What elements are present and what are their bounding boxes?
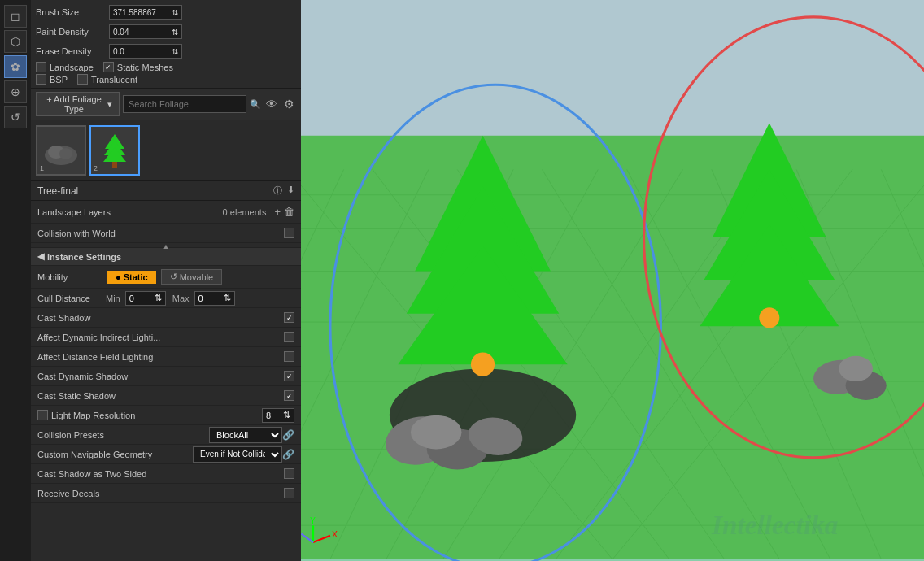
- foliage-item-1-num: 1: [40, 164, 44, 172]
- rock-thumbnail: [41, 131, 81, 170]
- collision-presets-label: Collision Presets: [37, 430, 209, 440]
- landscape-layers-row: Landscape Layers 0 elements + 🗑: [31, 201, 301, 224]
- tree-thumbnail: [95, 131, 134, 170]
- panel-content: Brush Size 371.588867 ⇅ Paint Density 0.…: [31, 0, 301, 561]
- geometry-tool[interactable]: ↺: [4, 106, 27, 128]
- instance-settings-label: Instance Settings: [47, 252, 121, 262]
- foliage-settings-button[interactable]: ⚙: [282, 96, 296, 112]
- svg-point-38: [471, 353, 495, 376]
- add-foliage-button[interactable]: + Add Foliage Type ▾: [36, 92, 120, 116]
- erase-density-label: Erase Density: [36, 46, 109, 56]
- info-icon[interactable]: ⓘ: [273, 185, 282, 197]
- cast-static-shadow-checkbox[interactable]: [284, 390, 294, 401]
- brush-size-arrows[interactable]: ⇅: [172, 8, 178, 17]
- landscape-layers-label: Landscape Layers: [37, 207, 223, 217]
- sculpt-tool[interactable]: ⬡: [4, 30, 27, 53]
- cull-distance-row: Cull Distance Min 0 ⇅ Max 0 ⇅: [31, 289, 301, 308]
- static-meshes-checkbox[interactable]: [103, 62, 114, 72]
- landscape-tool[interactable]: ◻: [4, 5, 27, 28]
- landscape-layers-remove-icon[interactable]: 🗑: [284, 206, 294, 218]
- landscape-checkbox-item[interactable]: Landscape: [36, 62, 94, 72]
- bsp-checkbox-item[interactable]: BSP: [36, 74, 68, 85]
- cull-distance-label: Cull Distance: [37, 294, 102, 303]
- cull-min-input[interactable]: 0 ⇅: [125, 291, 166, 306]
- foliage-toolbar: + Add Foliage Type ▾ 🔍 👁 ⚙: [31, 89, 301, 120]
- custom-navigable-link-icon[interactable]: 🔗: [282, 449, 294, 460]
- svg-point-50: [839, 356, 873, 381]
- collapse-icon: [163, 241, 170, 250]
- collision-world-label: Collision with World: [37, 228, 284, 238]
- cast-shadow-checkbox[interactable]: [284, 312, 294, 323]
- paint-density-label: Paint Density: [36, 27, 109, 37]
- svg-text:Y: Y: [310, 516, 316, 525]
- receive-decals-checkbox[interactable]: [284, 488, 294, 498]
- bsp-checkbox[interactable]: [36, 74, 46, 85]
- collision-world-checkbox[interactable]: [284, 228, 294, 238]
- movable-label: Movable: [180, 272, 214, 282]
- static-meshes-label: Static Meshes: [117, 63, 173, 72]
- cast-shadow-two-sided-row: Cast Shadow as Two Sided: [31, 464, 301, 484]
- landscape-checkbox[interactable]: [36, 62, 46, 72]
- left-panel: ◻ ⬡ ✿ ⊕ ↺ Brush Size 371.588867 ⇅ Paint …: [0, 0, 301, 561]
- affect-distance-row: Affect Distance Field Lighting: [31, 347, 301, 367]
- cast-shadow-row: Cast Shadow: [31, 308, 301, 328]
- erase-density-arrows[interactable]: ⇅: [172, 47, 178, 56]
- viewport-scene: Intellectika X Y Z: [301, 0, 924, 561]
- paint-density-input[interactable]: 0.04 ⇅: [109, 24, 182, 39]
- tree-final-header: Tree-final ⓘ ⬇: [31, 181, 301, 201]
- viewport: Perspective ▶: [301, 0, 924, 561]
- cast-shadow-label: Cast Shadow: [37, 313, 284, 323]
- settings-expand-icon[interactable]: ⬇: [287, 185, 294, 197]
- translucent-checkbox[interactable]: [77, 74, 88, 85]
- instance-settings-header[interactable]: ◀ Instance Settings: [31, 248, 301, 266]
- cull-min-value: 0: [129, 294, 134, 303]
- custom-navigable-label: Custom Navigable Geometry: [37, 450, 193, 459]
- svg-point-42: [411, 415, 462, 450]
- collision-presets-select[interactable]: BlockAll NoCollision: [209, 427, 282, 443]
- light-map-resolution-input[interactable]: 8 ⇅: [262, 408, 294, 423]
- erase-density-input[interactable]: 0.0 ⇅: [109, 44, 182, 59]
- cull-min-arrows[interactable]: ⇅: [155, 293, 162, 303]
- cast-dynamic-shadow-checkbox[interactable]: [284, 371, 294, 381]
- brush-size-input[interactable]: 371.588867 ⇅: [109, 5, 182, 20]
- movable-icon: ↺: [170, 272, 177, 282]
- svg-point-47: [759, 307, 779, 328]
- light-map-resolution-value: 8: [266, 411, 271, 420]
- bsp-label: BSP: [50, 75, 68, 85]
- search-foliage-input[interactable]: [123, 95, 246, 113]
- cull-max-value: 0: [198, 294, 203, 303]
- cast-static-shadow-label: Cast Static Shadow: [37, 391, 284, 401]
- movable-button[interactable]: ↺ Movable: [161, 269, 223, 285]
- foliage-item-1[interactable]: 1: [36, 125, 86, 176]
- cast-shadow-two-sided-checkbox[interactable]: [284, 468, 294, 479]
- mobility-row: Mobility ● Static ↺ Movable: [31, 266, 301, 289]
- eye-icon-button[interactable]: 👁: [264, 96, 279, 112]
- static-meshes-checkbox-item[interactable]: Static Meshes: [103, 62, 173, 72]
- custom-navigable-select[interactable]: Even if Not Collidable: [193, 446, 282, 463]
- static-label: Static: [124, 272, 148, 282]
- receive-decals-row: Receive Decals: [31, 484, 301, 503]
- light-map-resolution-label: Light Map Resolution: [51, 411, 262, 420]
- svg-text:Intellectika: Intellectika: [711, 510, 839, 540]
- paint-tool[interactable]: ✿: [4, 55, 27, 78]
- light-map-arrows[interactable]: ⇅: [283, 410, 290, 420]
- paint-density-arrows[interactable]: ⇅: [172, 28, 178, 37]
- cull-max-arrows[interactable]: ⇅: [224, 293, 231, 303]
- landscape-label: Landscape: [50, 63, 94, 72]
- foliage-item-2[interactable]: 2: [89, 125, 140, 176]
- affect-distance-checkbox[interactable]: [284, 351, 294, 362]
- static-button[interactable]: ● Static: [107, 271, 156, 284]
- svg-point-2: [59, 148, 72, 159]
- min-label: Min: [106, 294, 120, 303]
- erase-density-value: 0.0: [113, 47, 124, 56]
- affect-dynamic-label: Affect Dynamic Indirect Lighti...: [37, 333, 284, 342]
- landscape-layers-add-icon[interactable]: +: [274, 206, 281, 218]
- light-map-resolution-enable-checkbox[interactable]: [37, 410, 48, 420]
- collision-presets-link-icon[interactable]: 🔗: [282, 429, 294, 441]
- brush-settings: Brush Size 371.588867 ⇅ Paint Density 0.…: [31, 0, 301, 89]
- affect-dynamic-checkbox[interactable]: [284, 332, 294, 342]
- add-foliage-dropdown-arrow[interactable]: ▾: [107, 99, 112, 110]
- foliage-tool[interactable]: ⊕: [4, 80, 27, 103]
- translucent-checkbox-item[interactable]: Translucent: [77, 74, 137, 85]
- cull-max-input[interactable]: 0 ⇅: [194, 291, 235, 306]
